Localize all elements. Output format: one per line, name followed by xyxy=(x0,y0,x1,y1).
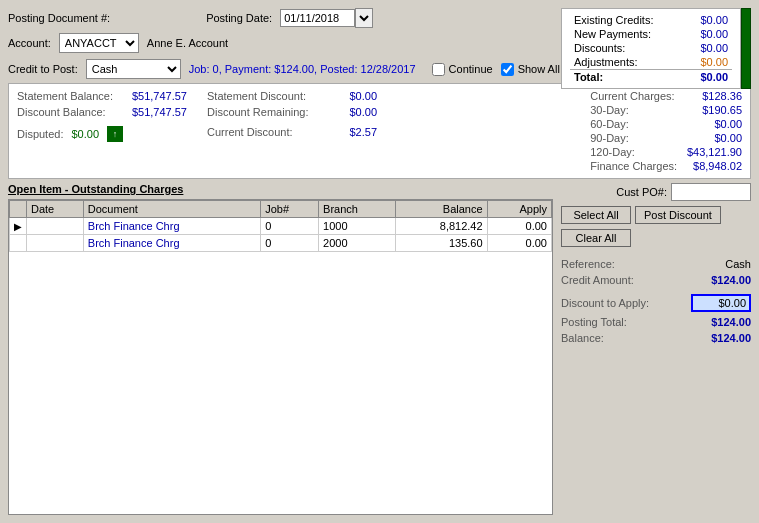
apply-col-header: Apply xyxy=(487,201,551,218)
credit-to-post-select[interactable]: Cash xyxy=(86,59,181,79)
credit-to-post-label: Credit to Post: xyxy=(8,63,78,75)
credit-amount-value: $124.00 xyxy=(711,274,751,286)
reference-row: Reference: Cash xyxy=(561,258,751,270)
charges-col: Current Charges: $128.36 30-Day: $190.65… xyxy=(590,90,742,172)
header-area: Existing Credits: $0.00 New Payments: $0… xyxy=(8,8,751,53)
cust-po-label: Cust PO#: xyxy=(616,186,667,198)
cust-po-row: Cust PO#: xyxy=(561,183,751,201)
day90-row: 90-Day: $0.00 xyxy=(590,132,742,144)
document-col-header: Document xyxy=(83,201,260,218)
row2-date xyxy=(27,235,84,252)
disputed-label: Disputed: xyxy=(17,128,63,140)
day120-value: $43,121.90 xyxy=(687,146,742,158)
clear-all-row: Clear All xyxy=(561,229,751,247)
show-all-fc-checkbox[interactable] xyxy=(501,63,514,76)
day60-label: 60-Day: xyxy=(590,118,629,130)
info-section: Reference: Cash Credit Amount: $124.00 D… xyxy=(561,258,751,344)
statement-discount-label: Statement Discount: xyxy=(207,90,306,102)
date-col-header: Date xyxy=(27,201,84,218)
statement-balance-value: $51,747.57 xyxy=(132,90,187,102)
table-row[interactable]: Brch Finance Chrg 0 2000 135.60 0.00 xyxy=(10,235,552,252)
statement-discount-row: Statement Discount: $0.00 xyxy=(207,90,377,102)
job-info: Job: 0, Payment: $124.00, Posted: 12/28/… xyxy=(189,63,416,75)
day120-label: 120-Day: xyxy=(590,146,635,158)
finance-value: $8,948.02 xyxy=(693,160,742,172)
clear-all-button[interactable]: Clear All xyxy=(561,229,631,247)
adjustments-value: $0.00 xyxy=(685,55,732,70)
new-payments-label: New Payments: xyxy=(570,27,685,41)
balance-section: Statement Balance: $51,747.57 Discount B… xyxy=(8,83,751,179)
disputed-value: $0.00 xyxy=(71,128,99,140)
current-charges-row: Current Charges: $128.36 xyxy=(590,90,742,102)
new-payments-value: $0.00 xyxy=(685,27,732,41)
day30-label: 30-Day: xyxy=(590,104,629,116)
posting-date-dropdown[interactable]: ▼ xyxy=(355,8,373,28)
table-header-row: Date Document Job# Branch Balance Apply xyxy=(10,201,552,218)
total-label: Total: xyxy=(570,70,685,85)
adjustments-label: Adjustments: xyxy=(570,55,685,70)
table-header: Date Document Job# Branch Balance Apply xyxy=(10,201,552,218)
table-container: Date Document Job# Branch Balance Apply … xyxy=(8,199,553,515)
existing-credits-value: $0.00 xyxy=(685,13,732,27)
section-title: Open Item - Outstanding Charges xyxy=(8,183,553,195)
discounts-label: Discounts: xyxy=(570,41,685,55)
account-select[interactable]: ANYACCT xyxy=(59,33,139,53)
balance-left-col: Statement Balance: $51,747.57 Discount B… xyxy=(17,90,187,172)
discount-remaining-row: Discount Remaining: $0.00 xyxy=(207,106,377,118)
discount-apply-input[interactable] xyxy=(691,294,751,312)
row1-indicator: ▶ xyxy=(10,218,27,235)
current-charges-label: Current Charges: xyxy=(590,90,674,102)
account-label: Account: xyxy=(8,37,51,49)
row1-apply: 0.00 xyxy=(487,218,551,235)
discounts-row: Discounts: $0.00 xyxy=(570,41,732,55)
discount-balance-value: $51,747.57 xyxy=(132,106,187,118)
credits-panel: Existing Credits: $0.00 New Payments: $0… xyxy=(561,8,751,89)
posting-date-container: ▼ xyxy=(280,8,373,28)
balance-row: Balance: $124.00 xyxy=(561,332,751,344)
finance-label: Finance Charges: xyxy=(590,160,677,172)
row1-job: 0 xyxy=(261,218,319,235)
green-sidebar-bar xyxy=(741,8,751,89)
right-panel: Cust PO#: Select All Post Discount Clear… xyxy=(561,183,751,515)
continue-checkbox[interactable] xyxy=(432,63,445,76)
cust-po-input[interactable] xyxy=(671,183,751,201)
select-post-row: Select All Post Discount xyxy=(561,206,751,224)
posting-total-label: Posting Total: xyxy=(561,316,627,328)
balance-col-header: Balance xyxy=(396,201,487,218)
posting-total-value: $124.00 xyxy=(711,316,751,328)
discount-remaining-label: Discount Remaining: xyxy=(207,106,309,118)
open-items-left: Open Item - Outstanding Charges Date Doc… xyxy=(8,183,553,515)
discount-apply-row: Discount to Apply: xyxy=(561,294,751,312)
total-value: $0.00 xyxy=(685,70,732,85)
post-discount-button[interactable]: Post Discount xyxy=(635,206,721,224)
table-row[interactable]: ▶ Brch Finance Chrg 0 1000 8,812.42 0.00 xyxy=(10,218,552,235)
current-discount-label: Current Discount: xyxy=(207,126,293,138)
row1-document: Brch Finance Chrg xyxy=(83,218,260,235)
row2-document: Brch Finance Chrg xyxy=(83,235,260,252)
discount-balance-row: Discount Balance: $51,747.57 xyxy=(17,106,187,118)
row2-balance: 135.60 xyxy=(396,235,487,252)
continue-label: Continue xyxy=(449,63,493,75)
posting-date-input[interactable] xyxy=(280,9,355,27)
balance-label: Balance: xyxy=(561,332,604,344)
data-table: Date Document Job# Branch Balance Apply … xyxy=(9,200,552,252)
balance-value: $124.00 xyxy=(711,332,751,344)
discounts-value: $0.00 xyxy=(685,41,732,55)
discount-apply-label: Discount to Apply: xyxy=(561,297,649,309)
row1-balance: 8,812.42 xyxy=(396,218,487,235)
job-col-header: Job# xyxy=(261,201,319,218)
row1-branch: 1000 xyxy=(319,218,396,235)
select-all-button[interactable]: Select All xyxy=(561,206,631,224)
main-container: Existing Credits: $0.00 New Payments: $0… xyxy=(0,0,759,523)
total-row: Total: $0.00 xyxy=(570,70,732,85)
day120-row: 120-Day: $43,121.90 xyxy=(590,146,742,158)
reference-value: Cash xyxy=(725,258,751,270)
row2-apply: 0.00 xyxy=(487,235,551,252)
statement-balance-label: Statement Balance: xyxy=(17,90,113,102)
day90-label: 90-Day: xyxy=(590,132,629,144)
upload-icon[interactable]: ↑ xyxy=(107,126,123,142)
credit-amount-label: Credit Amount: xyxy=(561,274,634,286)
row2-branch: 2000 xyxy=(319,235,396,252)
current-discount-value: $2.57 xyxy=(349,126,377,138)
reference-label: Reference: xyxy=(561,258,615,270)
